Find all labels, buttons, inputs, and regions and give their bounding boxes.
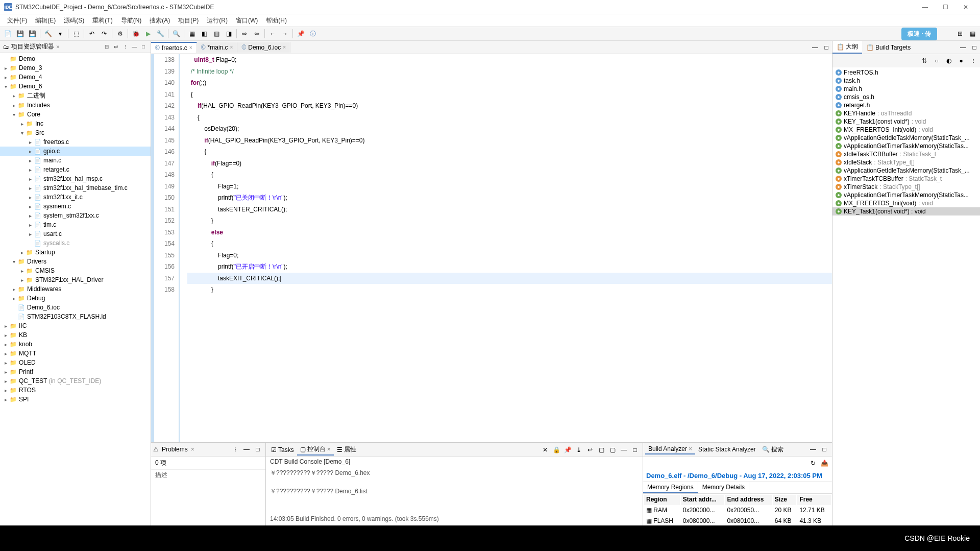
chip-icon[interactable]: ▦ — [186, 28, 198, 39]
scroll-icon[interactable]: ⤓ — [573, 444, 584, 456]
pin2-icon[interactable]: 📌 — [562, 444, 573, 456]
max-icon[interactable]: □ — [969, 42, 980, 53]
outline-item[interactable]: ●xTimerTaskTCBBuffer : StaticTask_t — [832, 175, 980, 183]
filter-icon[interactable]: ⫶ — [230, 444, 241, 455]
menu-搜索(A)[interactable]: 搜索(A) — [145, 16, 174, 25]
tree-item-KB[interactable]: ▸📁KB — [0, 330, 151, 340]
tree-item-usart.c[interactable]: ▸📄usart.c — [0, 229, 151, 238]
tree-item-Inc[interactable]: ▸📁Inc — [0, 119, 151, 128]
tab-close-icon[interactable]: × — [191, 446, 194, 453]
tree-item-stm32f1xx_hal_msp.c[interactable]: ▸📄stm32f1xx_hal_msp.c — [0, 174, 151, 183]
quick-transfer-button[interactable]: 极速 · 传 — [901, 28, 937, 40]
outline-item[interactable]: ●FreeRTOS.h — [832, 68, 980, 77]
build-analyzer-tab[interactable]: Build Analyzer × — [645, 444, 695, 454]
build-icon[interactable]: 🔨 — [42, 28, 54, 39]
export-icon[interactable]: 📤 — [819, 458, 830, 469]
tree-item-Printf[interactable]: ▸📁Printf — [0, 367, 151, 376]
outline-item[interactable]: ●KEY_Task1(const void*) : void — [832, 117, 980, 126]
pin-icon[interactable]: 📌 — [295, 28, 306, 39]
collapse-all-icon[interactable]: ⊟ — [103, 43, 111, 51]
minimize-button[interactable]: — — [915, 1, 935, 13]
tree-item-stm32f1xx_it.c[interactable]: ▸📄stm32f1xx_it.c — [0, 193, 151, 202]
tree-item-gpio.c[interactable]: ▸📄gpio.c — [0, 147, 151, 156]
editor-tab-freertos.c[interactable]: ©freertos.c× — [151, 42, 197, 53]
hide-fields-icon[interactable]: ○ — [931, 55, 942, 66]
min-icon[interactable]: — — [241, 444, 252, 455]
tree-item-main.c[interactable]: ▸📄main.c — [0, 156, 151, 165]
tree-item-Includes[interactable]: ▸📁Includes — [0, 101, 151, 110]
outline-tab-Build Targets[interactable]: 📋Build Targets — [862, 42, 915, 53]
tree-item-knob[interactable]: ▸📁knob — [0, 340, 151, 349]
memory-details-tab[interactable]: Memory Details — [698, 482, 749, 493]
debug-icon[interactable]: 🐞 — [130, 28, 141, 39]
problems-tab[interactable]: Problems — [159, 445, 191, 454]
tree-item-二进制[interactable]: ▸📁二进制 — [0, 91, 151, 101]
outline-item[interactable]: ●MX_FREERTOS_Init(void) : void — [832, 199, 980, 207]
outline-item[interactable]: ●main.h — [832, 85, 980, 93]
min-icon[interactable]: — — [130, 43, 138, 51]
tree-item-system_stm32f1xx.c[interactable]: ▸📄system_stm32f1xx.c — [0, 211, 151, 220]
outline-item[interactable]: ●cmsis_os.h — [832, 93, 980, 101]
clear-icon[interactable]: ✕ — [540, 444, 551, 456]
editor-tab-Demo_6.ioc[interactable]: ©Demo_6.ioc× — [237, 42, 290, 53]
outline-item[interactable]: ●xIdleTaskTCBBuffer : StaticTask_t — [832, 150, 980, 158]
outline-item[interactable]: ●vApplicationGetTimerTaskMemory(StaticTa… — [832, 142, 980, 150]
redo-icon[interactable]: ↷ — [99, 28, 110, 39]
tasks-tab[interactable]: ☑ Tasks — [268, 445, 297, 454]
tree-item-CMSIS[interactable]: ▸📁CMSIS — [0, 266, 151, 275]
external-icon[interactable]: 🔧 — [155, 28, 166, 39]
menu-运行(R)[interactable]: 运行(R) — [203, 16, 232, 25]
menu-窗口(W)[interactable]: 窗口(W) — [232, 16, 262, 25]
menu-项目(P)[interactable]: 项目(P) — [174, 16, 203, 25]
stack-analyzer-tab[interactable]: Static Stack Analyzer — [695, 445, 759, 454]
tree-item-Src[interactable]: ▾📁Src — [0, 128, 151, 137]
tree-item-RTOS[interactable]: ▸📁RTOS — [0, 386, 151, 395]
tree-item-Demo_3[interactable]: ▸📁Demo_3 — [0, 63, 151, 73]
tree-item-SPI[interactable]: ▸📁SPI — [0, 395, 151, 404]
tree-item-sysmem.c[interactable]: ▸📄sysmem.c — [0, 202, 151, 211]
open-icon[interactable]: ▢ — [607, 444, 618, 456]
tree-item-IIC[interactable]: ▸📁IIC — [0, 321, 151, 330]
max-icon[interactable]: □ — [819, 444, 830, 455]
nav-back-icon[interactable]: ← — [267, 28, 278, 39]
prev-icon[interactable]: ⇦ — [251, 28, 262, 39]
tree-item-Startup[interactable]: ▸📁Startup — [0, 248, 151, 257]
max-icon[interactable]: □ — [252, 444, 263, 455]
undo-icon[interactable]: ↶ — [86, 28, 97, 39]
build-dropdown-icon[interactable]: ▾ — [55, 28, 66, 39]
properties-tab[interactable]: ☰ 属性 — [334, 444, 359, 455]
link-icon[interactable]: ⇄ — [112, 43, 120, 51]
min-icon[interactable]: — — [958, 42, 969, 53]
tree-item-Debug[interactable]: ▸📁Debug — [0, 294, 151, 303]
mem-row[interactable]: ▦ RAM0x200000...0x200050...20 KB12.71 KB — [644, 506, 831, 515]
display-icon[interactable]: ▢ — [596, 444, 607, 456]
lock-icon[interactable]: 🔒 — [551, 444, 562, 456]
tree-item-freertos.c[interactable]: ▸📄freertos.c — [0, 137, 151, 147]
tree-item-STM32F103C8TX_FLASH.ld[interactable]: 📄STM32F103C8TX_FLASH.ld — [0, 312, 151, 321]
outline-tab-大纲[interactable]: 📋大纲 — [832, 41, 862, 54]
max-icon[interactable]: □ — [139, 43, 148, 51]
editor-min-icon[interactable]: — — [810, 42, 821, 53]
menu-编辑(E)[interactable]: 编辑(E) — [31, 16, 60, 25]
sort-icon[interactable]: ⇅ — [919, 55, 930, 66]
perspective2-icon[interactable]: ▦ — [967, 28, 978, 39]
tree-item-STM32F1xx_HAL_Driver[interactable]: ▸📁STM32F1xx_HAL_Driver — [0, 275, 151, 284]
code-editor[interactable]: 1381391401411421431441451461471481491501… — [151, 54, 832, 442]
tool3-icon[interactable]: ◨ — [223, 28, 234, 39]
save-all-icon[interactable]: 💾 — [27, 28, 38, 39]
outline-list[interactable]: ●FreeRTOS.h●task.h●main.h●cmsis_os.h●ret… — [832, 67, 980, 537]
outline-item[interactable]: ●xTimerStack : StackType_t[] — [832, 183, 980, 191]
outline-item[interactable]: ●vApplicationGetTimerTaskMemory(StaticTa… — [832, 191, 980, 199]
tree-item-stm32f1xx_hal_timebase_tim.c[interactable]: ▸📄stm32f1xx_hal_timebase_tim.c — [0, 183, 151, 193]
tree-item-QC_TEST[interactable]: ▸📁QC_TEST (in QC_TEST_IDE) — [0, 376, 151, 386]
outline-item[interactable]: ●xIdleStack : StackType_t[] — [832, 158, 980, 166]
menu-帮助(H)[interactable]: 帮助(H) — [262, 16, 291, 25]
new-icon[interactable]: 📄 — [2, 28, 13, 39]
hide-static-icon[interactable]: ◐ — [943, 55, 954, 66]
tree-item-Demo[interactable]: 📁Demo — [0, 54, 151, 63]
outline-item[interactable]: ●MX_FREERTOS_Init(void) : void — [832, 126, 980, 134]
menu-导航(N)[interactable]: 导航(N) — [117, 16, 146, 25]
outline-item[interactable]: ●task.h — [832, 77, 980, 85]
outline-item[interactable]: ●KEYHandle : osThreadId — [832, 109, 980, 117]
tree-item-Demo_6[interactable]: ▾📁Demo_6 — [0, 82, 151, 91]
